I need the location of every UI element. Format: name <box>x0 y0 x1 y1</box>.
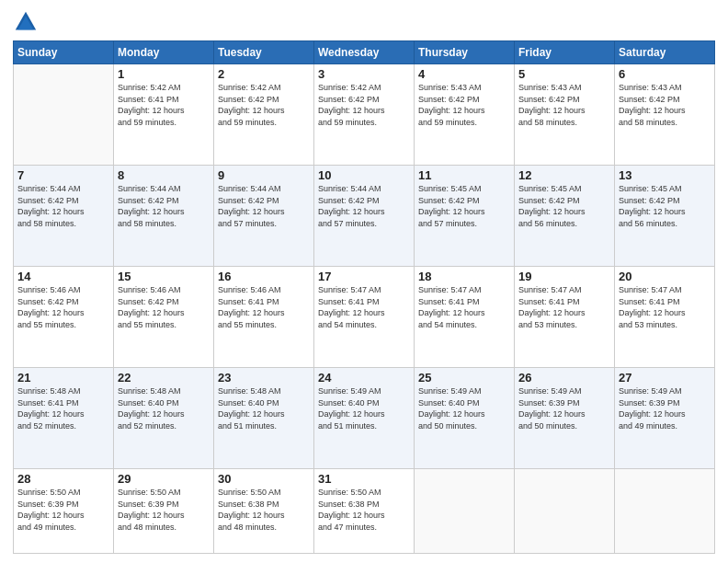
calendar-cell <box>14 64 114 166</box>
day-info: Sunrise: 5:48 AM Sunset: 6:40 PM Dayligh… <box>218 385 310 431</box>
calendar-cell: 5Sunrise: 5:43 AM Sunset: 6:42 PM Daylig… <box>515 64 615 166</box>
day-info: Sunrise: 5:49 AM Sunset: 6:40 PM Dayligh… <box>418 385 510 431</box>
day-number: 7 <box>17 168 109 182</box>
day-number: 3 <box>318 67 410 81</box>
calendar-week-4: 21Sunrise: 5:48 AM Sunset: 6:41 PM Dayli… <box>14 368 715 469</box>
day-number: 8 <box>118 168 210 182</box>
calendar-header-saturday: Saturday <box>615 41 715 64</box>
day-number: 26 <box>518 371 610 385</box>
day-info: Sunrise: 5:46 AM Sunset: 6:41 PM Dayligh… <box>218 284 310 330</box>
day-number: 30 <box>218 472 310 486</box>
day-info: Sunrise: 5:47 AM Sunset: 6:41 PM Dayligh… <box>318 284 410 330</box>
calendar-header-row: SundayMondayTuesdayWednesdayThursdayFrid… <box>14 41 715 64</box>
day-number: 24 <box>318 371 410 385</box>
day-number: 22 <box>118 371 210 385</box>
calendar-cell: 18Sunrise: 5:47 AM Sunset: 6:41 PM Dayli… <box>415 267 515 368</box>
day-number: 19 <box>518 270 610 283</box>
calendar-header-tuesday: Tuesday <box>214 41 314 64</box>
calendar-cell: 30Sunrise: 5:50 AM Sunset: 6:38 PM Dayli… <box>214 469 314 554</box>
day-info: Sunrise: 5:43 AM Sunset: 6:42 PM Dayligh… <box>518 82 610 128</box>
day-info: Sunrise: 5:43 AM Sunset: 6:42 PM Dayligh… <box>619 82 711 128</box>
calendar-cell <box>415 469 515 554</box>
day-info: Sunrise: 5:50 AM Sunset: 6:38 PM Dayligh… <box>218 487 310 533</box>
day-number: 1 <box>118 67 210 81</box>
calendar-cell: 6Sunrise: 5:43 AM Sunset: 6:42 PM Daylig… <box>615 64 715 166</box>
calendar-cell: 12Sunrise: 5:45 AM Sunset: 6:42 PM Dayli… <box>515 166 615 267</box>
day-number: 13 <box>619 168 711 182</box>
day-info: Sunrise: 5:44 AM Sunset: 6:42 PM Dayligh… <box>17 183 109 229</box>
day-info: Sunrise: 5:45 AM Sunset: 6:42 PM Dayligh… <box>619 183 711 229</box>
day-info: Sunrise: 5:50 AM Sunset: 6:39 PM Dayligh… <box>118 487 210 533</box>
day-info: Sunrise: 5:44 AM Sunset: 6:42 PM Dayligh… <box>318 183 410 229</box>
day-info: Sunrise: 5:44 AM Sunset: 6:42 PM Dayligh… <box>118 183 210 229</box>
day-number: 23 <box>218 371 310 385</box>
calendar-header-monday: Monday <box>114 41 214 64</box>
day-number: 16 <box>218 270 310 283</box>
calendar-cell: 2Sunrise: 5:42 AM Sunset: 6:42 PM Daylig… <box>214 64 314 166</box>
day-info: Sunrise: 5:48 AM Sunset: 6:41 PM Dayligh… <box>17 385 109 431</box>
calendar-cell: 1Sunrise: 5:42 AM Sunset: 6:41 PM Daylig… <box>114 64 214 166</box>
day-number: 17 <box>318 270 410 283</box>
day-info: Sunrise: 5:49 AM Sunset: 6:39 PM Dayligh… <box>518 385 610 431</box>
day-info: Sunrise: 5:47 AM Sunset: 6:41 PM Dayligh… <box>518 284 610 330</box>
day-info: Sunrise: 5:44 AM Sunset: 6:42 PM Dayligh… <box>218 183 310 229</box>
day-info: Sunrise: 5:48 AM Sunset: 6:40 PM Dayligh… <box>118 385 210 431</box>
calendar-cell: 25Sunrise: 5:49 AM Sunset: 6:40 PM Dayli… <box>415 368 515 469</box>
day-info: Sunrise: 5:42 AM Sunset: 6:41 PM Dayligh… <box>118 82 210 128</box>
day-number: 27 <box>619 371 711 385</box>
day-number: 4 <box>418 67 510 81</box>
day-number: 14 <box>17 270 109 283</box>
day-info: Sunrise: 5:47 AM Sunset: 6:41 PM Dayligh… <box>619 284 711 330</box>
day-number: 21 <box>17 371 109 385</box>
calendar-header-thursday: Thursday <box>415 41 515 64</box>
day-number: 15 <box>118 270 210 283</box>
calendar-header-sunday: Sunday <box>14 41 114 64</box>
calendar-week-1: 1Sunrise: 5:42 AM Sunset: 6:41 PM Daylig… <box>14 64 715 166</box>
calendar-cell: 24Sunrise: 5:49 AM Sunset: 6:40 PM Dayli… <box>314 368 415 469</box>
calendar-week-5: 28Sunrise: 5:50 AM Sunset: 6:39 PM Dayli… <box>14 469 715 554</box>
calendar-cell: 9Sunrise: 5:44 AM Sunset: 6:42 PM Daylig… <box>214 166 314 267</box>
calendar-cell: 13Sunrise: 5:45 AM Sunset: 6:42 PM Dayli… <box>615 166 715 267</box>
calendar-cell: 16Sunrise: 5:46 AM Sunset: 6:41 PM Dayli… <box>214 267 314 368</box>
calendar-cell: 21Sunrise: 5:48 AM Sunset: 6:41 PM Dayli… <box>14 368 114 469</box>
calendar-header-friday: Friday <box>515 41 615 64</box>
day-number: 18 <box>418 270 510 283</box>
calendar-cell: 28Sunrise: 5:50 AM Sunset: 6:39 PM Dayli… <box>14 469 114 554</box>
calendar-cell: 29Sunrise: 5:50 AM Sunset: 6:39 PM Dayli… <box>114 469 214 554</box>
calendar-cell: 4Sunrise: 5:43 AM Sunset: 6:42 PM Daylig… <box>415 64 515 166</box>
header <box>13 9 715 35</box>
day-number: 31 <box>318 472 410 486</box>
day-info: Sunrise: 5:45 AM Sunset: 6:42 PM Dayligh… <box>418 183 510 229</box>
day-number: 29 <box>118 472 210 486</box>
day-info: Sunrise: 5:42 AM Sunset: 6:42 PM Dayligh… <box>318 82 410 128</box>
calendar-cell: 23Sunrise: 5:48 AM Sunset: 6:40 PM Dayli… <box>214 368 314 469</box>
day-number: 5 <box>518 67 610 81</box>
day-number: 10 <box>318 168 410 182</box>
day-number: 25 <box>418 371 510 385</box>
day-info: Sunrise: 5:50 AM Sunset: 6:39 PM Dayligh… <box>17 487 109 533</box>
calendar-body: 1Sunrise: 5:42 AM Sunset: 6:41 PM Daylig… <box>14 64 715 554</box>
calendar-cell: 15Sunrise: 5:46 AM Sunset: 6:42 PM Dayli… <box>114 267 214 368</box>
calendar-cell: 10Sunrise: 5:44 AM Sunset: 6:42 PM Dayli… <box>314 166 415 267</box>
day-number: 28 <box>17 472 109 486</box>
calendar-cell <box>615 469 715 554</box>
calendar-cell: 7Sunrise: 5:44 AM Sunset: 6:42 PM Daylig… <box>14 166 114 267</box>
day-info: Sunrise: 5:46 AM Sunset: 6:42 PM Dayligh… <box>118 284 210 330</box>
calendar-cell: 3Sunrise: 5:42 AM Sunset: 6:42 PM Daylig… <box>314 64 415 166</box>
calendar-cell: 27Sunrise: 5:49 AM Sunset: 6:39 PM Dayli… <box>615 368 715 469</box>
day-info: Sunrise: 5:42 AM Sunset: 6:42 PM Dayligh… <box>218 82 310 128</box>
calendar-table: SundayMondayTuesdayWednesdayThursdayFrid… <box>13 40 715 554</box>
calendar-week-2: 7Sunrise: 5:44 AM Sunset: 6:42 PM Daylig… <box>14 166 715 267</box>
calendar-cell: 11Sunrise: 5:45 AM Sunset: 6:42 PM Dayli… <box>415 166 515 267</box>
calendar-cell: 20Sunrise: 5:47 AM Sunset: 6:41 PM Dayli… <box>615 267 715 368</box>
day-info: Sunrise: 5:43 AM Sunset: 6:42 PM Dayligh… <box>418 82 510 128</box>
day-info: Sunrise: 5:45 AM Sunset: 6:42 PM Dayligh… <box>518 183 610 229</box>
logo-icon <box>13 9 39 35</box>
calendar-header-wednesday: Wednesday <box>314 41 415 64</box>
calendar-cell <box>515 469 615 554</box>
day-info: Sunrise: 5:49 AM Sunset: 6:40 PM Dayligh… <box>318 385 410 431</box>
calendar-cell: 8Sunrise: 5:44 AM Sunset: 6:42 PM Daylig… <box>114 166 214 267</box>
day-info: Sunrise: 5:46 AM Sunset: 6:42 PM Dayligh… <box>17 284 109 330</box>
calendar-cell: 26Sunrise: 5:49 AM Sunset: 6:39 PM Dayli… <box>515 368 615 469</box>
day-number: 11 <box>418 168 510 182</box>
